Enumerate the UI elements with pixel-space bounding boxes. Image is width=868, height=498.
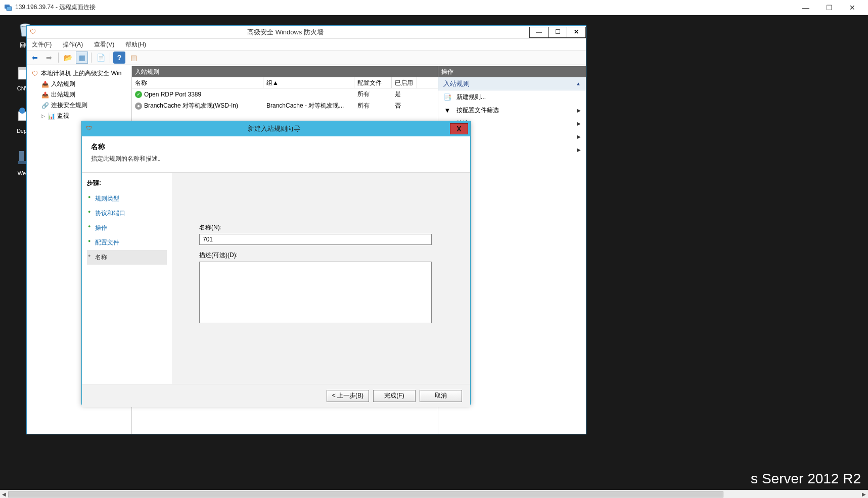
scroll-left-icon[interactable]: ◀ [0, 491, 8, 497]
rule-row[interactable]: ●BranchCache 对等机发现(WSD-In) BranchCache -… [132, 100, 438, 112]
col-name[interactable]: 名称 [132, 77, 263, 88]
steps-title: 步骤: [87, 179, 167, 187]
tree-outbound-label: 出站规则 [51, 90, 75, 99]
up-folder-icon[interactable]: 📂 [62, 52, 74, 64]
close-button[interactable]: ✕ [841, 0, 864, 15]
monitor-icon: 📊 [47, 112, 55, 120]
firewall-toolbar: ⬅ ➡ 📂 ▦ 📄 ? ▤ [27, 50, 586, 65]
tree-root[interactable]: 🛡 本地计算机 上的高级安全 Win [27, 68, 131, 79]
show-tree-icon[interactable]: ▦ [76, 52, 88, 64]
wizard-close-button[interactable]: X [450, 123, 468, 134]
svg-rect-7 [19, 151, 24, 161]
new-rule-icon: 📑 [443, 93, 451, 101]
page-horizontal-scrollbar[interactable]: ◀ ▶ [0, 490, 868, 498]
step-protocol-port[interactable]: 协议和端口 [87, 206, 167, 221]
allowed-icon: ✓ [135, 91, 142, 98]
sort-indicator-icon: ▲ [272, 79, 279, 86]
col-enabled[interactable]: 已启用 [392, 77, 417, 88]
tree-outbound[interactable]: 📤 出站规则 [27, 89, 131, 100]
description-textarea[interactable] [199, 262, 432, 323]
step-name[interactable]: 名称 [87, 250, 167, 265]
chevron-right-icon: ▶ [577, 134, 581, 139]
inbound-icon: 📥 [41, 80, 49, 88]
step-operation[interactable]: 操作 [87, 221, 167, 235]
actions-header: 操作 [438, 66, 586, 77]
rule-group: BranchCache - 对等机发现... [263, 101, 354, 111]
menu-file[interactable]: 文件(F) [30, 39, 54, 50]
minimize-button[interactable]: — [794, 0, 817, 15]
rdp-titlebar: 139.196.39.74 - 远程桌面连接 — ☐ ✕ [0, 0, 868, 15]
disabled-icon: ● [135, 103, 142, 110]
rules-columns: 名称 组▲ 配置文件 已启用 [132, 77, 438, 88]
menu-help[interactable]: 帮助(H) [123, 39, 148, 50]
menu-action[interactable]: 操作(A) [61, 39, 85, 50]
wizard-titlebar[interactable]: 🛡 新建入站规则向导 X [82, 121, 470, 136]
svg-point-6 [19, 108, 25, 114]
rule-profile: 所有 [354, 89, 392, 99]
name-label: 名称(N): [199, 223, 457, 232]
chevron-right-icon: ▶ [577, 121, 581, 126]
tree-connsec-label: 连接安全规则 [51, 101, 87, 110]
details-icon[interactable]: ▤ [127, 52, 140, 64]
rdp-title-text: 139.196.39.74 - 远程桌面连接 [15, 3, 96, 12]
wizard-content: 名称(N): 描述(可选)(D): [172, 173, 470, 384]
wizard-title: 新建入站规则向导 [98, 124, 450, 133]
wizard-buttons: < 上一步(B) 完成(F) 取消 [82, 384, 470, 407]
rule-profile: 所有 [354, 101, 392, 111]
back-button[interactable]: < 上一步(B) [327, 390, 369, 402]
wizard-header: 名称 指定此规则的名称和描述。 [82, 136, 470, 173]
collapse-icon[interactable]: ▲ [576, 81, 581, 86]
remote-desktop: 回收 CNW_ Deploy WebD s Server 2012 R2 🛡 高… [0, 15, 868, 490]
forward-icon[interactable]: ➡ [43, 52, 55, 64]
rule-name: BranchCache 对等机发现(WSD-In) [144, 102, 238, 110]
scroll-track[interactable] [8, 491, 860, 498]
col-profile[interactable]: 配置文件 [354, 77, 392, 88]
action-filter-profile[interactable]: ▼ 按配置文件筛选 ▶ [438, 104, 586, 117]
tree-inbound-label: 入站规则 [51, 80, 75, 88]
tree-connsec[interactable]: 🔗 连接安全规则 [27, 100, 131, 111]
chevron-right-icon: ▶ [577, 147, 581, 153]
scroll-thumb[interactable] [8, 491, 723, 497]
step-profile[interactable]: 配置文件 [87, 235, 167, 250]
menu-view[interactable]: 查看(V) [92, 39, 116, 50]
rule-enabled: 是 [392, 89, 417, 99]
wizard-shield-icon: 🛡 [86, 125, 94, 133]
maximize-button[interactable]: ☐ [817, 0, 841, 15]
firewall-title: 高级安全 Windows 防火墙 [41, 28, 530, 37]
fw-minimize-button[interactable]: — [529, 27, 549, 38]
fw-close-button[interactable]: ✕ [567, 27, 586, 38]
tree-monitor[interactable]: ▷ 📊 监视 [27, 111, 131, 121]
name-input[interactable] [199, 234, 432, 245]
action-new-rule[interactable]: 📑 新建规则... [438, 90, 586, 104]
cancel-button[interactable]: 取消 [420, 390, 462, 402]
actions-section-title: 入站规则 ▲ [438, 77, 586, 90]
firewall-titlebar: 🛡 高级安全 Windows 防火墙 — ☐ ✕ [27, 26, 586, 39]
export-icon[interactable]: 📄 [95, 52, 107, 64]
step-rule-type[interactable]: 规则类型 [87, 191, 167, 206]
tree-inbound[interactable]: 📥 入站规则 [27, 79, 131, 89]
svg-rect-1 [7, 7, 12, 11]
wizard-header-desc: 指定此规则的名称和描述。 [91, 155, 461, 163]
rules-list-header: 入站规则 [132, 66, 438, 77]
firewall-shield-icon: 🛡 [30, 28, 38, 36]
tree-root-label: 本地计算机 上的高级安全 Win [41, 69, 121, 78]
rule-enabled: 否 [392, 101, 417, 111]
rules-rows: ✓Open RDP Port 3389 所有 是 ●BranchCache 对等… [132, 88, 438, 112]
tree-monitor-label: 监视 [57, 112, 69, 120]
col-group[interactable]: 组▲ [263, 77, 354, 88]
rule-group [263, 89, 354, 99]
rule-row[interactable]: ✓Open RDP Port 3389 所有 是 [132, 88, 438, 100]
chevron-right-icon: ▶ [577, 108, 581, 113]
shield-icon: 🛡 [31, 70, 39, 78]
outbound-icon: 📤 [41, 91, 49, 99]
fw-maximize-button[interactable]: ☐ [548, 27, 567, 38]
firewall-menubar: 文件(F) 操作(A) 查看(V) 帮助(H) [27, 39, 586, 50]
finish-button[interactable]: 完成(F) [373, 390, 416, 402]
chevron-right-icon: ▷ [41, 113, 46, 119]
scroll-right-icon[interactable]: ▶ [860, 491, 868, 497]
filter-icon: ▼ [443, 106, 451, 114]
wizard-header-title: 名称 [91, 142, 461, 152]
help-icon[interactable]: ? [113, 52, 125, 64]
back-icon[interactable]: ⬅ [29, 52, 41, 64]
wizard-steps: 步骤: 规则类型 协议和端口 操作 配置文件 名称 [82, 173, 172, 384]
